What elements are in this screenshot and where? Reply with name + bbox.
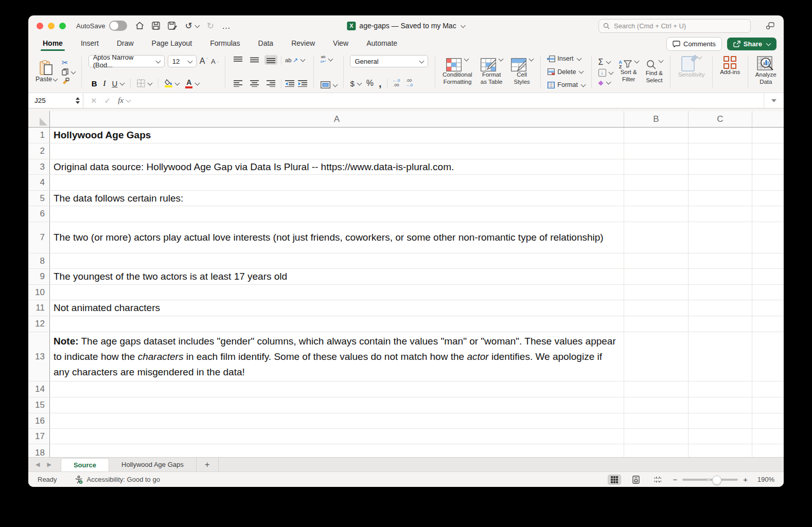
cell[interactable] [50, 381, 624, 397]
conditional-formatting-button[interactable]: Conditional Formatting [442, 57, 473, 87]
cell[interactable] [689, 253, 752, 268]
comments-button[interactable]: Comments [666, 37, 722, 51]
cell[interactable] [752, 444, 784, 457]
cell[interactable] [689, 143, 752, 159]
formula-input[interactable] [137, 93, 764, 108]
cell[interactable]: The two (or more) actors play actual lov… [50, 222, 624, 253]
save-as-icon[interactable] [168, 22, 177, 30]
format-as-table-button[interactable]: Format as Table [480, 57, 504, 87]
increase-indent-button[interactable] [298, 80, 307, 87]
cell[interactable]: Hollywood Age Gaps [50, 128, 624, 143]
clear-button[interactable]: ◆ [598, 79, 613, 86]
cell[interactable] [50, 253, 624, 268]
delete-cells-button[interactable]: Delete [547, 68, 585, 76]
cell[interactable] [689, 397, 752, 413]
cell[interactable] [689, 206, 752, 222]
name-box-spinner[interactable] [76, 97, 80, 104]
tab-review[interactable]: Review [291, 37, 315, 51]
align-left-button[interactable] [232, 79, 244, 88]
cell[interactable] [624, 316, 689, 332]
cell[interactable] [624, 285, 689, 300]
row-header[interactable]: 9 [28, 269, 50, 284]
align-right-button[interactable] [264, 79, 277, 88]
row-header[interactable]: 12 [28, 316, 50, 332]
cell[interactable] [689, 429, 752, 444]
cell[interactable] [50, 285, 624, 300]
paste-button[interactable]: Paste [34, 59, 58, 84]
column-header-c[interactable]: C [689, 111, 752, 127]
feedback-icon[interactable] [766, 22, 774, 30]
cell[interactable] [752, 222, 784, 253]
row-header[interactable]: 11 [28, 300, 50, 316]
sheet-tab-hollywood-age-gaps[interactable]: Hollywood Age Gaps [109, 458, 197, 471]
comma-button[interactable]: , [379, 78, 382, 88]
name-box[interactable]: J25 [28, 93, 83, 108]
row-header[interactable]: 14 [28, 381, 50, 397]
cell[interactable] [689, 175, 752, 190]
cell[interactable] [50, 316, 624, 332]
cell[interactable]: Note: The age gaps dataset includes "gen… [50, 332, 624, 381]
page-break-view-button[interactable] [651, 475, 664, 485]
cell[interactable] [689, 413, 752, 428]
prev-sheet-icon[interactable]: ◀ [36, 461, 40, 468]
cell[interactable] [689, 222, 752, 253]
row-header[interactable]: 18 [28, 444, 50, 457]
increase-font-icon[interactable]: Aˆ [200, 57, 208, 66]
cell[interactable] [624, 397, 689, 413]
add-sheet-button[interactable]: + [197, 458, 219, 471]
cell[interactable] [752, 143, 784, 159]
cell[interactable]: Original data source: Hollywood Age Gap … [50, 159, 624, 174]
sort-filter-button[interactable]: AZ Sort & Filter [618, 59, 640, 84]
currency-button[interactable]: $ [350, 79, 361, 88]
cell[interactable] [50, 429, 624, 444]
font-color-button[interactable]: A [185, 79, 199, 88]
cell[interactable] [624, 381, 689, 397]
cell[interactable] [752, 175, 784, 190]
font-size-select[interactable]: 12 [168, 55, 197, 67]
cell[interactable] [752, 191, 784, 206]
decrease-indent-button[interactable] [285, 80, 294, 87]
cell[interactable] [624, 159, 689, 174]
cell-styles-button[interactable]: Cell Styles [510, 57, 534, 87]
cell[interactable] [752, 269, 784, 284]
normal-view-button[interactable] [608, 475, 621, 485]
column-header-b[interactable]: B [624, 111, 689, 127]
cell[interactable] [689, 332, 752, 381]
cell[interactable] [752, 316, 784, 332]
cell[interactable] [50, 444, 624, 457]
cell[interactable] [689, 128, 752, 143]
more-commands-icon[interactable]: … [222, 22, 231, 30]
undo-button[interactable]: ↺ [185, 22, 199, 30]
addins-button[interactable]: Add-ins [719, 55, 741, 77]
tab-page-layout[interactable]: Page Layout [152, 37, 192, 51]
row-header[interactable]: 17 [28, 429, 50, 444]
zoom-slider[interactable] [682, 479, 738, 481]
cell[interactable] [50, 206, 624, 222]
cell[interactable] [752, 253, 784, 268]
cell[interactable] [624, 175, 689, 190]
percent-button[interactable]: % [366, 79, 374, 87]
underline-button[interactable]: U [112, 79, 125, 88]
row-header[interactable]: 10 [28, 285, 50, 300]
page-layout-view-button[interactable] [629, 475, 643, 485]
enter-icon[interactable]: ✓ [104, 96, 111, 105]
row-header[interactable]: 7 [28, 222, 50, 253]
tab-insert[interactable]: Insert [81, 37, 99, 51]
cell[interactable] [689, 300, 752, 316]
wrap-text-button[interactable]: abc↩ [321, 55, 337, 64]
cell[interactable] [50, 413, 624, 428]
find-select-button[interactable]: Find & Select [645, 59, 664, 85]
tab-formulas[interactable]: Formulas [210, 37, 240, 51]
next-sheet-icon[interactable]: ▶ [47, 461, 51, 468]
orientation-button[interactable]: ab↗ [285, 57, 305, 64]
italic-button[interactable]: I [103, 79, 106, 88]
cell[interactable] [689, 269, 752, 284]
cell[interactable] [752, 429, 784, 444]
row-header[interactable]: 13 [28, 332, 50, 381]
cell[interactable] [624, 300, 689, 316]
number-format-select[interactable]: General [350, 55, 428, 67]
row-header[interactable]: 2 [28, 143, 50, 159]
insert-cells-button[interactable]: Insert [547, 55, 585, 62]
cell[interactable] [624, 143, 689, 159]
format-cells-button[interactable]: Format [547, 81, 585, 88]
